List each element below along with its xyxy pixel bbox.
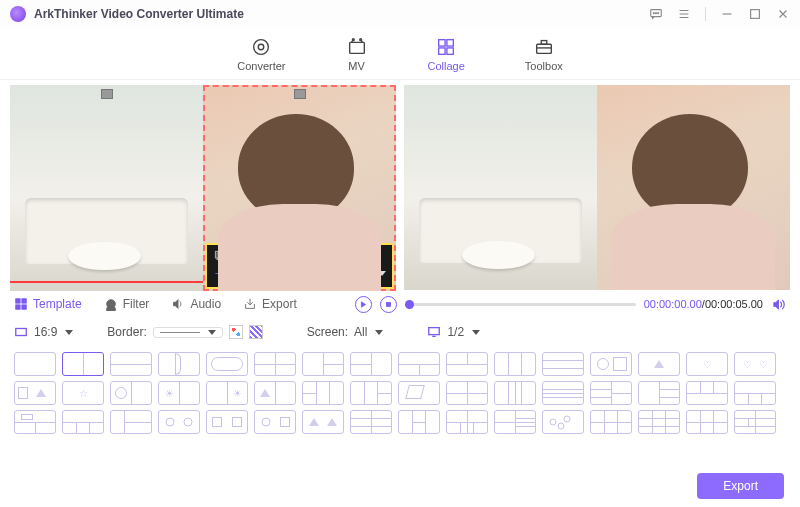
template-item[interactable] [254, 352, 296, 376]
template-item[interactable] [398, 352, 440, 376]
template-item[interactable]: ♡ [686, 352, 728, 376]
minimize-button[interactable] [720, 7, 734, 21]
template-item[interactable] [302, 352, 344, 376]
feedback-icon[interactable] [649, 7, 663, 21]
close-button[interactable] [776, 7, 790, 21]
template-item[interactable] [590, 410, 632, 434]
border-pattern-button[interactable] [249, 325, 263, 339]
template-item[interactable]: ☆ [62, 381, 104, 405]
template-item[interactable] [14, 381, 56, 405]
template-item[interactable] [494, 410, 536, 434]
aspect-ratio-select[interactable]: 16:9 [14, 325, 73, 339]
tab-template[interactable]: Template [14, 297, 82, 311]
trim-line[interactable] [10, 281, 203, 283]
template-item[interactable] [398, 410, 440, 434]
mv-icon [346, 36, 368, 58]
template-item[interactable] [254, 410, 296, 434]
template-item[interactable] [110, 410, 152, 434]
zoom-slider[interactable] [229, 272, 336, 275]
stop-button[interactable] [380, 296, 397, 313]
template-item[interactable] [110, 381, 152, 405]
template-item[interactable] [590, 381, 632, 405]
template-item[interactable]: ☀ [158, 381, 200, 405]
collage-editor[interactable]: − + [10, 85, 396, 291]
footer: Export [697, 473, 784, 499]
effects-icon[interactable] [236, 249, 249, 265]
template-item[interactable] [302, 381, 344, 405]
collage-pane-left[interactable] [10, 85, 203, 291]
output-preview [404, 85, 790, 290]
template-item[interactable] [206, 410, 248, 434]
fit-icon[interactable] [358, 268, 372, 279]
options-row: 16:9 Border: Screen: All 1/2 [0, 318, 800, 346]
template-item[interactable] [110, 352, 152, 376]
template-item[interactable] [542, 410, 584, 434]
template-item[interactable] [158, 410, 200, 434]
tab-label: Audio [190, 297, 221, 311]
template-item[interactable]: ♡♡ [734, 352, 776, 376]
template-item[interactable] [542, 352, 584, 376]
crop-icon[interactable] [213, 249, 226, 265]
template-item[interactable] [254, 381, 296, 405]
template-item[interactable] [158, 352, 200, 376]
aspect-icon [14, 325, 28, 339]
tab-audio[interactable]: Audio [171, 297, 221, 311]
template-item[interactable] [398, 381, 440, 405]
zoom-in-button[interactable]: + [342, 267, 352, 279]
template-item[interactable] [542, 381, 584, 405]
screen-select[interactable]: Screen: All [307, 325, 384, 339]
divider [705, 7, 706, 21]
template-item[interactable] [494, 381, 536, 405]
svg-rect-17 [217, 253, 224, 260]
template-item[interactable] [350, 352, 392, 376]
main-nav: Converter MV Collage Toolbox [0, 28, 800, 80]
template-item[interactable] [62, 410, 104, 434]
nav-converter[interactable]: Converter [237, 36, 285, 72]
volume-icon[interactable] [771, 297, 786, 312]
template-item[interactable] [638, 381, 680, 405]
svg-rect-19 [16, 299, 20, 303]
rotate-icon[interactable] [259, 249, 272, 265]
nav-toolbox[interactable]: Toolbox [525, 36, 563, 72]
page-select[interactable]: 1/2 [427, 325, 480, 339]
seek-slider[interactable] [405, 303, 636, 306]
fit-dropdown-icon[interactable] [378, 271, 386, 276]
nav-mv[interactable]: MV [346, 36, 368, 72]
template-item[interactable] [734, 410, 776, 434]
tab-filter[interactable]: Filter [104, 297, 150, 311]
border-group: Border: [107, 325, 262, 339]
maximize-button[interactable] [748, 7, 762, 21]
zoom-out-button[interactable]: − [213, 267, 223, 279]
border-color-button[interactable] [229, 325, 243, 339]
reset-icon[interactable] [282, 249, 295, 265]
svg-point-2 [656, 13, 657, 14]
template-item[interactable] [14, 410, 56, 434]
converter-icon [250, 36, 272, 58]
template-item[interactable] [62, 352, 104, 376]
template-item[interactable] [590, 352, 632, 376]
template-item[interactable] [446, 381, 488, 405]
template-item[interactable] [638, 352, 680, 376]
template-item[interactable] [446, 410, 488, 434]
play-button[interactable] [355, 296, 372, 313]
toolbox-icon [533, 36, 555, 58]
export-button[interactable]: Export [697, 473, 784, 499]
template-item[interactable] [494, 352, 536, 376]
template-item[interactable] [206, 352, 248, 376]
template-item[interactable] [350, 381, 392, 405]
template-item[interactable] [686, 381, 728, 405]
template-item[interactable] [686, 410, 728, 434]
nav-collage[interactable]: Collage [428, 36, 465, 72]
menu-icon[interactable] [677, 7, 691, 21]
collage-pane-right[interactable]: − + [203, 85, 396, 291]
template-item[interactable] [734, 381, 776, 405]
svg-rect-7 [349, 42, 364, 53]
template-item[interactable] [302, 410, 344, 434]
tab-export[interactable]: Export [243, 297, 297, 311]
template-item[interactable]: ☀ [206, 381, 248, 405]
template-item[interactable] [446, 352, 488, 376]
template-item[interactable] [14, 352, 56, 376]
template-item[interactable] [638, 410, 680, 434]
border-style-select[interactable] [153, 327, 223, 338]
template-item[interactable] [350, 410, 392, 434]
